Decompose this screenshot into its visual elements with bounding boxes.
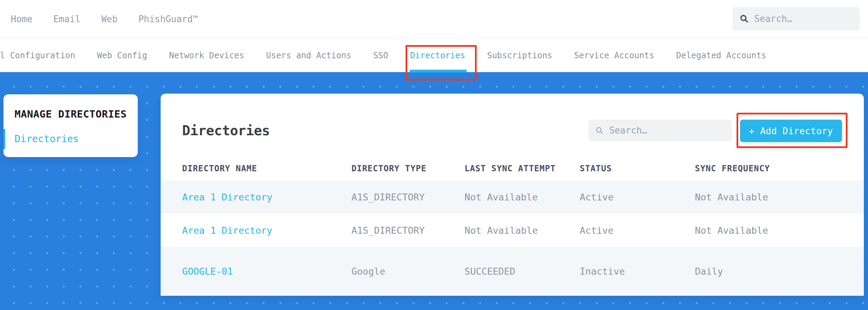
status-cell: Active <box>580 225 695 236</box>
directory-name-link[interactable]: Area 1 Directory <box>182 192 351 203</box>
sidebar-item-label: Directories <box>15 133 79 145</box>
add-directory-button[interactable]: + Add Directory <box>740 120 842 142</box>
tab-service-accounts[interactable]: Service Accounts <box>574 51 654 60</box>
directory-type-cell: A1S_DIRECTORY <box>351 192 465 203</box>
tab-l-configuration[interactable]: l Configuration <box>0 51 75 60</box>
column-header-directory-type: DIRECTORY TYPE <box>351 164 465 173</box>
last-sync-cell: Not Available <box>465 192 580 203</box>
top-nav-links: HomeEmailWebPhishGuard™ <box>11 14 198 24</box>
tab-web-config[interactable]: Web Config <box>97 51 147 60</box>
last-sync-cell: SUCCEEDED <box>465 266 580 277</box>
tab-bar: l ConfigurationWeb ConfigNetwork Devices… <box>0 38 868 72</box>
search-icon <box>740 14 749 24</box>
column-header-directory-name: DIRECTORY NAME <box>182 164 351 173</box>
side-panel: MANAGE DIRECTORIES Directories <box>3 94 138 157</box>
sync-frequency-cell: Not Available <box>695 225 821 236</box>
directories-table: DIRECTORY NAMEDIRECTORY TYPELAST SYNC AT… <box>161 157 864 296</box>
global-search[interactable] <box>733 7 860 31</box>
nav-home[interactable]: Home <box>11 14 33 24</box>
content-area: MANAGE DIRECTORIES Directories Directori… <box>0 72 868 310</box>
search-icon <box>595 126 604 135</box>
directory-name-link[interactable]: Area 1 Directory <box>182 225 351 236</box>
directories-card: Directories + Add Directory DIRECTORY NA… <box>161 94 864 296</box>
nav-phishguard[interactable]: PhishGuard™ <box>138 14 198 24</box>
column-header-sync-frequency: SYNC FREQUENCY <box>695 164 821 173</box>
tab-directories[interactable]: Directories <box>410 51 465 60</box>
page: HomeEmailWebPhishGuard™ l ConfigurationW… <box>0 0 868 310</box>
status-cell: Active <box>580 192 695 203</box>
status-cell: Inactive <box>580 266 695 277</box>
sidebar-item-directories[interactable]: Directories <box>15 133 138 145</box>
nav-web[interactable]: Web <box>101 14 118 24</box>
column-header-last-sync-attempt: LAST SYNC ATTEMPT <box>465 164 580 173</box>
table-row: Area 1 DirectoryA1S_DIRECTORYNot Availab… <box>161 180 864 214</box>
directory-name-link[interactable]: GOOGLE-01 <box>182 266 351 277</box>
page-title: Directories <box>182 123 270 138</box>
table-header-row: DIRECTORY NAMEDIRECTORY TYPELAST SYNC AT… <box>161 157 864 180</box>
sync-frequency-cell: Daily <box>695 266 821 277</box>
directory-type-cell: Google <box>351 266 465 277</box>
column-header-status: STATUS <box>580 164 695 173</box>
tab-sso[interactable]: SSO <box>373 51 388 60</box>
card-header-actions: + Add Directory <box>588 113 848 148</box>
directory-type-cell: A1S_DIRECTORY <box>351 225 465 236</box>
tab-network-devices[interactable]: Network Devices <box>169 51 244 60</box>
last-sync-cell: Not Available <box>465 225 580 236</box>
global-search-input[interactable] <box>754 14 853 24</box>
sync-frequency-cell: Not Available <box>695 192 821 203</box>
table-search[interactable] <box>588 120 732 141</box>
tab-delegated-accounts[interactable]: Delegated Accounts <box>676 51 766 60</box>
tab-subscriptions[interactable]: Subscriptions <box>487 51 552 60</box>
card-header: Directories + Add Directory <box>161 94 864 157</box>
active-indicator <box>3 129 5 149</box>
top-nav: HomeEmailWebPhishGuard™ <box>0 0 868 38</box>
table-row: Area 1 DirectoryA1S_DIRECTORYNot Availab… <box>161 214 864 247</box>
nav-email[interactable]: Email <box>53 14 80 24</box>
table-search-input[interactable] <box>609 125 725 136</box>
tab-users-and-actions[interactable]: Users and Actions <box>266 51 351 60</box>
side-panel-title: MANAGE DIRECTORIES <box>15 108 138 120</box>
table-row: GOOGLE-01GoogleSUCCEEDEDInactiveDaily <box>161 247 864 296</box>
annotation-box-add-directory: + Add Directory <box>737 113 848 148</box>
